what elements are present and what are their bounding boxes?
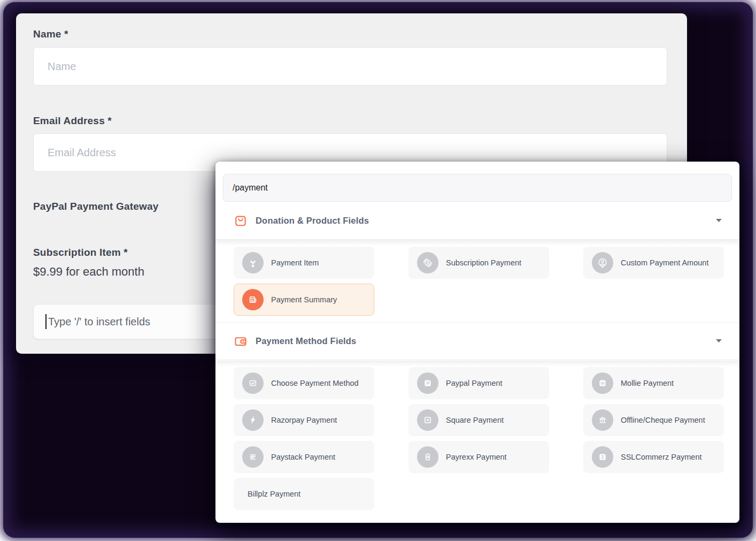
svg-text:Z: Z bbox=[601, 454, 604, 460]
field-item-label: Custom Payment Amount bbox=[621, 258, 708, 267]
card-check-icon bbox=[242, 372, 264, 394]
wallet-icon bbox=[234, 334, 248, 348]
chevron-down-icon[interactable] bbox=[715, 218, 722, 223]
field-item-label: Razorpay Payment bbox=[271, 416, 337, 424]
name-label: Name * bbox=[33, 28, 68, 40]
field-item-label: Paystack Payment bbox=[271, 453, 335, 461]
field-item[interactable]: Square Payment bbox=[408, 404, 549, 436]
field-item-label: Billplz Payment bbox=[248, 490, 300, 498]
name-placeholder: Name bbox=[48, 60, 76, 73]
insert-fields-popup: Donation & Product FieldsPayment Item$Su… bbox=[215, 162, 739, 523]
field-item-label: Payment Summary bbox=[271, 295, 337, 304]
field-item-label: Choose Payment Method bbox=[271, 379, 359, 387]
email-label: Email Address * bbox=[33, 115, 112, 127]
razorpay-icon bbox=[242, 409, 264, 431]
field-item-label: Subscription Payment bbox=[446, 258, 521, 267]
field-item-label: Paypal Payment bbox=[446, 379, 503, 387]
field-item[interactable]: Custom Payment Amount bbox=[583, 247, 724, 279]
mollie-icon: m bbox=[592, 372, 613, 394]
field-section: Payment Method FieldsChoose Payment Meth… bbox=[215, 322, 739, 516]
chevron-down-icon[interactable] bbox=[715, 339, 722, 344]
email-placeholder: Email Address bbox=[48, 147, 116, 159]
field-item[interactable]: mMollie Payment bbox=[583, 367, 724, 399]
text-caret bbox=[45, 314, 47, 329]
section-title: Payment Method Fields bbox=[256, 336, 715, 346]
field-item[interactable]: ZSSLCommerz Payment bbox=[583, 441, 724, 473]
sslcommerz-icon: Z bbox=[592, 446, 613, 468]
shopping-bag-icon bbox=[234, 214, 248, 227]
screenshot-stage: Name * Name Email Address * Email Addres… bbox=[0, 0, 756, 541]
seedling-icon bbox=[242, 252, 264, 273]
svg-text:$: $ bbox=[427, 260, 429, 265]
field-item-label: Square Payment bbox=[446, 416, 504, 424]
paypal-icon: P bbox=[417, 372, 438, 394]
field-item[interactable]: Payrexx Payment bbox=[408, 441, 549, 473]
field-item[interactable]: Razorpay Payment bbox=[234, 404, 374, 436]
field-item[interactable]: Payment Summary bbox=[234, 284, 374, 316]
popup-sections: Donation & Product FieldsPayment Item$Su… bbox=[215, 202, 739, 516]
subscription-item-label: Subscription Item * bbox=[33, 247, 128, 258]
name-input[interactable]: Name bbox=[33, 47, 667, 86]
svg-text:m: m bbox=[600, 380, 605, 386]
person-circle-icon bbox=[592, 252, 613, 273]
insert-fields-placeholder: Type '/' to insert fields bbox=[48, 316, 150, 328]
receipt-icon bbox=[242, 289, 264, 310]
payrexx-icon bbox=[417, 446, 438, 468]
section-title: Donation & Product Fields bbox=[256, 216, 715, 226]
field-item[interactable]: Choose Payment Method bbox=[234, 367, 374, 399]
field-item[interactable]: Offline/Cheque Payment bbox=[583, 404, 724, 436]
field-item[interactable]: PPaypal Payment bbox=[408, 367, 549, 399]
field-search-input[interactable] bbox=[223, 174, 732, 202]
field-grid: Choose Payment MethodPPaypal PaymentmMol… bbox=[215, 360, 739, 516]
svg-text:P: P bbox=[426, 380, 430, 386]
field-item[interactable]: Payment Item bbox=[234, 247, 374, 279]
section-header: Payment Method Fields bbox=[215, 322, 739, 360]
paystack-icon bbox=[242, 446, 264, 468]
dollar-cycle-icon: $ bbox=[417, 252, 438, 273]
field-item-label: Payment Item bbox=[271, 258, 319, 267]
subscription-price-value: $9.99 for each month bbox=[33, 265, 144, 279]
field-item[interactable]: Billplz Payment bbox=[234, 478, 374, 510]
field-item-label: Offline/Cheque Payment bbox=[621, 416, 705, 424]
square-icon bbox=[417, 409, 438, 431]
field-item-label: Payrexx Payment bbox=[446, 453, 507, 461]
paypal-gateway-label: PayPal Payment Gateway bbox=[33, 201, 159, 212]
section-header: Donation & Product Fields bbox=[215, 202, 739, 240]
field-grid: Payment Item$Subscription PaymentCustom … bbox=[215, 240, 739, 322]
field-section: Donation & Product FieldsPayment Item$Su… bbox=[215, 202, 739, 322]
bank-icon bbox=[592, 409, 613, 431]
field-item-label: Mollie Payment bbox=[621, 379, 674, 387]
field-item-label: SSLCommerz Payment bbox=[621, 453, 702, 461]
field-item[interactable]: Paystack Payment bbox=[234, 441, 374, 473]
field-item[interactable]: $Subscription Payment bbox=[408, 247, 549, 279]
